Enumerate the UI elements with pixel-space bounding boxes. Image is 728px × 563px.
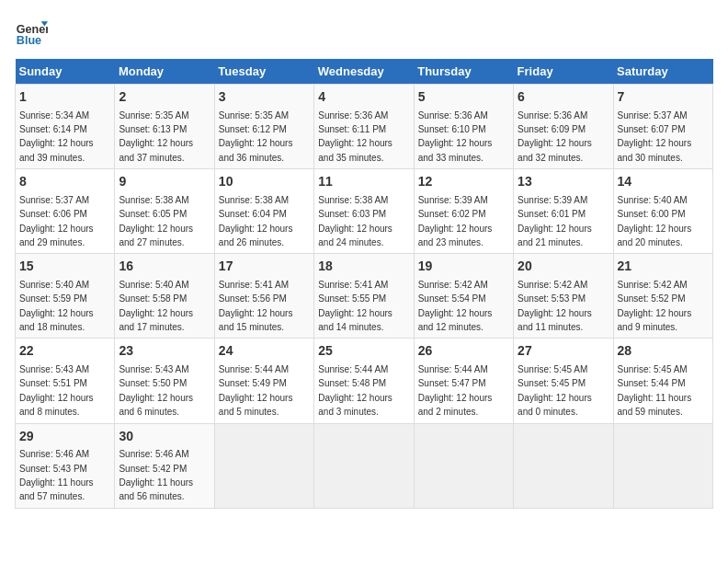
day-daylight: Daylight: 12 hours and 17 minutes.: [119, 308, 193, 332]
calendar-cell: 17 Sunrise: 5:41 AM Sunset: 5:56 PM Dayl…: [214, 254, 313, 339]
day-sunset: Sunset: 6:09 PM: [518, 124, 586, 134]
day-sunrise: Sunrise: 5:42 AM: [618, 280, 688, 290]
calendar-cell: 14 Sunrise: 5:40 AM Sunset: 6:00 PM Dayl…: [613, 169, 712, 254]
day-sunrise: Sunrise: 5:37 AM: [618, 110, 688, 121]
calendar-cell: [414, 423, 513, 508]
day-sunset: Sunset: 6:13 PM: [119, 124, 187, 134]
day-sunset: Sunset: 5:43 PM: [19, 464, 87, 474]
day-daylight: Daylight: 11 hours and 56 minutes.: [119, 477, 193, 501]
calendar-cell: 9 Sunrise: 5:38 AM Sunset: 6:05 PM Dayli…: [115, 169, 214, 254]
day-sunrise: Sunrise: 5:43 AM: [119, 364, 188, 374]
calendar-cell: 15 Sunrise: 5:40 AM Sunset: 5:59 PM Dayl…: [16, 254, 115, 339]
calendar-cell: [514, 423, 613, 508]
calendar-cell: 24 Sunrise: 5:44 AM Sunset: 5:49 PM Dayl…: [214, 339, 313, 423]
day-number: 27: [518, 342, 609, 361]
calendar-cell: 20 Sunrise: 5:42 AM Sunset: 5:53 PM Dayl…: [514, 254, 613, 339]
day-daylight: Daylight: 12 hours and 8 minutes.: [19, 393, 94, 417]
calendar-week-row: 1 Sunrise: 5:34 AM Sunset: 6:14 PM Dayli…: [16, 85, 713, 169]
day-sunset: Sunset: 5:59 PM: [19, 293, 87, 304]
day-sunrise: Sunrise: 5:38 AM: [219, 195, 289, 205]
calendar-cell: 10 Sunrise: 5:38 AM Sunset: 6:04 PM Dayl…: [214, 169, 313, 254]
day-sunset: Sunset: 5:51 PM: [19, 378, 87, 388]
day-sunrise: Sunrise: 5:44 AM: [219, 364, 289, 374]
day-daylight: Daylight: 12 hours and 5 minutes.: [219, 393, 293, 417]
day-sunset: Sunset: 6:02 PM: [418, 209, 486, 219]
day-number: 20: [518, 258, 609, 276]
day-daylight: Daylight: 12 hours and 23 minutes.: [418, 224, 493, 247]
calendar-cell: 3 Sunrise: 5:35 AM Sunset: 6:12 PM Dayli…: [214, 85, 313, 169]
calendar-cell: 6 Sunrise: 5:36 AM Sunset: 6:09 PM Dayli…: [514, 85, 613, 169]
calendar-week-row: 15 Sunrise: 5:40 AM Sunset: 5:59 PM Dayl…: [16, 254, 713, 339]
day-sunrise: Sunrise: 5:45 AM: [618, 364, 688, 374]
day-sunset: Sunset: 5:49 PM: [219, 378, 287, 388]
day-daylight: Daylight: 12 hours and 29 minutes.: [19, 224, 94, 247]
day-sunset: Sunset: 6:10 PM: [418, 124, 486, 134]
day-sunset: Sunset: 6:12 PM: [219, 124, 287, 134]
header-saturday: Saturday: [613, 59, 712, 85]
calendar-cell: 23 Sunrise: 5:43 AM Sunset: 5:50 PM Dayl…: [115, 339, 214, 423]
day-sunrise: Sunrise: 5:34 AM: [19, 110, 89, 121]
calendar-cell: 8 Sunrise: 5:37 AM Sunset: 6:06 PM Dayli…: [16, 169, 115, 254]
day-number: 5: [418, 88, 509, 107]
day-number: 16: [119, 258, 210, 276]
day-number: 21: [618, 258, 709, 276]
calendar-week-row: 8 Sunrise: 5:37 AM Sunset: 6:06 PM Dayli…: [16, 169, 713, 254]
day-number: 13: [518, 173, 609, 191]
calendar-cell: 27 Sunrise: 5:45 AM Sunset: 5:45 PM Dayl…: [514, 339, 613, 423]
day-sunrise: Sunrise: 5:35 AM: [219, 110, 289, 121]
day-sunset: Sunset: 6:06 PM: [19, 209, 87, 219]
day-number: 3: [219, 88, 310, 107]
day-sunrise: Sunrise: 5:38 AM: [119, 195, 188, 205]
day-sunset: Sunset: 5:56 PM: [219, 293, 287, 304]
calendar-week-row: 22 Sunrise: 5:43 AM Sunset: 5:51 PM Dayl…: [16, 339, 713, 423]
day-sunset: Sunset: 5:50 PM: [119, 378, 187, 388]
day-daylight: Daylight: 12 hours and 15 minutes.: [219, 308, 293, 332]
calendar-cell: 2 Sunrise: 5:35 AM Sunset: 6:13 PM Dayli…: [115, 85, 214, 169]
day-sunrise: Sunrise: 5:45 AM: [518, 364, 587, 374]
calendar-cell: [613, 423, 712, 508]
day-daylight: Daylight: 11 hours and 59 minutes.: [618, 393, 692, 417]
day-sunset: Sunset: 5:58 PM: [119, 293, 187, 304]
day-sunset: Sunset: 6:00 PM: [618, 209, 686, 219]
calendar-cell: 1 Sunrise: 5:34 AM Sunset: 6:14 PM Dayli…: [16, 85, 115, 169]
svg-text:Blue: Blue: [17, 34, 41, 47]
day-sunset: Sunset: 5:42 PM: [119, 464, 187, 474]
calendar-cell: 5 Sunrise: 5:36 AM Sunset: 6:10 PM Dayli…: [414, 85, 513, 169]
day-number: 23: [119, 342, 210, 361]
header-thursday: Thursday: [414, 59, 513, 85]
day-number: 12: [418, 173, 509, 191]
header-friday: Friday: [514, 59, 613, 85]
day-sunrise: Sunrise: 5:42 AM: [518, 280, 587, 290]
day-number: 17: [219, 258, 310, 276]
calendar-cell: 22 Sunrise: 5:43 AM Sunset: 5:51 PM Dayl…: [16, 339, 115, 423]
page-header: General Blue: [15, 15, 713, 48]
day-sunrise: Sunrise: 5:46 AM: [19, 449, 89, 459]
calendar-cell: 12 Sunrise: 5:39 AM Sunset: 6:02 PM Dayl…: [414, 169, 513, 254]
day-sunset: Sunset: 6:03 PM: [318, 209, 386, 219]
day-daylight: Daylight: 12 hours and 37 minutes.: [119, 138, 193, 162]
day-number: 1: [19, 88, 110, 107]
day-sunrise: Sunrise: 5:46 AM: [119, 449, 188, 459]
day-number: 8: [19, 173, 110, 191]
day-daylight: Daylight: 12 hours and 32 minutes.: [518, 138, 592, 162]
day-sunset: Sunset: 5:45 PM: [518, 378, 586, 388]
day-sunrise: Sunrise: 5:41 AM: [219, 280, 289, 290]
day-number: 7: [618, 88, 709, 107]
day-sunrise: Sunrise: 5:40 AM: [119, 280, 188, 290]
day-number: 15: [19, 258, 110, 276]
day-sunset: Sunset: 6:11 PM: [318, 124, 386, 134]
day-sunset: Sunset: 6:04 PM: [219, 209, 287, 219]
day-daylight: Daylight: 12 hours and 9 minutes.: [618, 308, 692, 332]
logo-icon: General Blue: [15, 15, 48, 48]
calendar-table: SundayMondayTuesdayWednesdayThursdayFrid…: [15, 59, 713, 509]
day-sunset: Sunset: 5:52 PM: [618, 293, 686, 304]
day-number: 4: [318, 88, 409, 107]
day-sunset: Sunset: 5:55 PM: [318, 293, 386, 304]
day-number: 11: [318, 173, 409, 191]
day-daylight: Daylight: 12 hours and 6 minutes.: [119, 393, 193, 417]
calendar-cell: 7 Sunrise: 5:37 AM Sunset: 6:07 PM Dayli…: [613, 85, 712, 169]
day-daylight: Daylight: 12 hours and 24 minutes.: [318, 224, 392, 247]
day-daylight: Daylight: 12 hours and 14 minutes.: [318, 308, 392, 332]
day-number: 22: [19, 342, 110, 361]
day-number: 30: [119, 428, 210, 446]
